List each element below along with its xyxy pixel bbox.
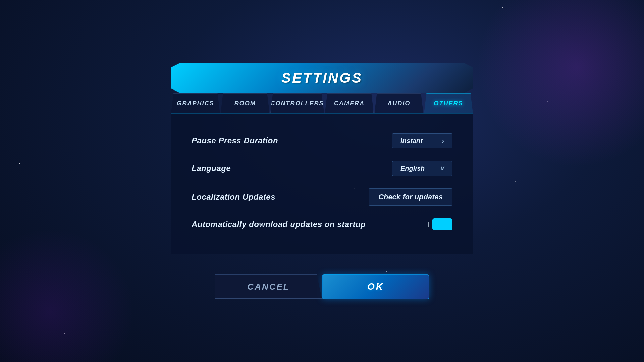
star [161, 174, 162, 174]
star [419, 18, 419, 18]
star [464, 54, 464, 55]
tab-others[interactable]: OTHERS [424, 93, 473, 113]
star [483, 308, 484, 308]
star [502, 7, 503, 8]
star [64, 333, 65, 334]
pause-press-control: Instant › [392, 133, 452, 148]
setting-row-auto-download: Automatically download updates on startu… [192, 212, 452, 236]
language-control: English ∨ [392, 161, 452, 176]
star [567, 33, 567, 33]
star [399, 326, 400, 326]
star [592, 210, 593, 210]
star [322, 4, 323, 5]
star [97, 29, 97, 29]
settings-panel: SETTINGS GRAPHICS ROOM CONTROLLERS CAMER… [171, 63, 473, 299]
settings-title: SETTINGS [281, 70, 363, 86]
star [599, 72, 599, 73]
language-label: Language [192, 164, 231, 173]
setting-row-language: Language English ∨ [192, 155, 452, 182]
star [515, 181, 516, 182]
pause-press-value: Instant [400, 137, 423, 145]
content-area: Pause Press Duration Instant › Language … [171, 113, 473, 254]
star [142, 351, 142, 352]
localization-label: Localization Updates [192, 192, 275, 202]
star [625, 290, 625, 290]
tab-graphics[interactable]: GRAPHICS [171, 93, 220, 113]
star [560, 253, 560, 254]
title-banner: SETTINGS [171, 63, 473, 93]
tab-audio[interactable]: AUDIO [374, 93, 423, 113]
language-dropdown[interactable]: English ∨ [392, 161, 452, 176]
star [129, 109, 129, 109]
star [547, 101, 548, 102]
check-updates-text: Check for updates [378, 193, 443, 201]
setting-row-localization: Localization Updates Check for updates [192, 182, 452, 212]
star [489, 344, 490, 344]
chevron-down-icon: ∨ [440, 165, 444, 172]
star [45, 253, 45, 254]
star [180, 11, 181, 11]
star [225, 44, 226, 44]
auto-download-label: Automatically download updates on startu… [192, 220, 366, 229]
localization-control: Check for updates [369, 188, 452, 206]
pause-press-button[interactable]: Instant › [392, 133, 452, 148]
star [258, 344, 258, 344]
cancel-button-label: CANCEL [247, 282, 289, 292]
star [52, 72, 52, 73]
ok-button-label: OK [367, 281, 384, 292]
toggle-pipe-symbol: I [428, 220, 430, 229]
star [77, 199, 77, 199]
pause-press-label: Pause Press Duration [192, 136, 278, 145]
star [32, 4, 33, 4]
auto-download-toggle[interactable] [432, 218, 452, 230]
bg-glow-top [476, 0, 644, 168]
tabs-row: GRAPHICS ROOM CONTROLLERS CAMERA AUDIO O… [171, 93, 473, 113]
chevron-right-icon: › [442, 137, 444, 145]
bg-glow-bottom [0, 228, 134, 362]
star [580, 333, 580, 334]
check-updates-button[interactable]: Check for updates [369, 188, 452, 206]
tab-room[interactable]: ROOM [221, 93, 270, 113]
language-value: English [400, 165, 425, 172]
auto-download-control: I [428, 218, 452, 230]
star [612, 14, 612, 15]
bottom-buttons: CANCEL OK [171, 274, 473, 299]
ok-button[interactable]: OK [322, 274, 429, 299]
tab-camera[interactable]: CAMERA [325, 93, 374, 113]
tab-controllers[interactable]: CONTROLLERS [270, 93, 324, 113]
star [116, 282, 117, 283]
cancel-button[interactable]: CANCEL [215, 274, 322, 299]
setting-row-pause-press: Pause Press Duration Instant › [192, 127, 452, 155]
star [19, 163, 20, 164]
